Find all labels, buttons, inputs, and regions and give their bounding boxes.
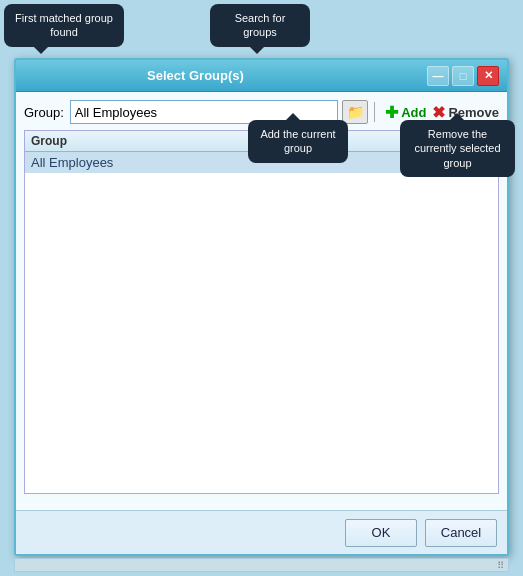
remove-button[interactable]: ✖ Remove xyxy=(432,103,499,122)
status-bar: ⠿ xyxy=(14,558,509,572)
tooltip-search-groups: Search for groups xyxy=(210,4,310,47)
resize-grip: ⠿ xyxy=(497,560,504,571)
groups-table: Group All Employees xyxy=(24,130,499,494)
tooltip-remove-group: Remove the currently selected group xyxy=(400,120,515,177)
cancel-button[interactable]: Cancel xyxy=(425,519,497,547)
group-label: Group: xyxy=(24,105,64,120)
maximize-button[interactable]: □ xyxy=(452,66,474,86)
toolbar-separator xyxy=(374,102,375,122)
add-button[interactable]: ✚ Add xyxy=(385,103,426,122)
search-groups-button[interactable]: 📁 xyxy=(342,100,368,124)
title-bar: Select Group(s) — □ ✕ xyxy=(16,60,507,92)
title-bar-buttons: — □ ✕ xyxy=(427,66,499,86)
folder-icon: 📁 xyxy=(347,104,364,120)
x-icon: ✖ xyxy=(432,103,445,122)
add-label: Add xyxy=(401,105,426,120)
ok-button[interactable]: OK xyxy=(345,519,417,547)
close-button[interactable]: ✕ xyxy=(477,66,499,86)
tooltip-add-group: Add the current group xyxy=(248,120,348,163)
dialog-title: Select Group(s) xyxy=(24,68,427,83)
dialog-footer: OK Cancel xyxy=(16,510,507,554)
plus-icon: ✚ xyxy=(385,103,398,122)
minimize-button[interactable]: — xyxy=(427,66,449,86)
tooltip-first-group: First matched group found xyxy=(4,4,124,47)
toolbar: ✚ Add ✖ Remove xyxy=(385,103,499,122)
